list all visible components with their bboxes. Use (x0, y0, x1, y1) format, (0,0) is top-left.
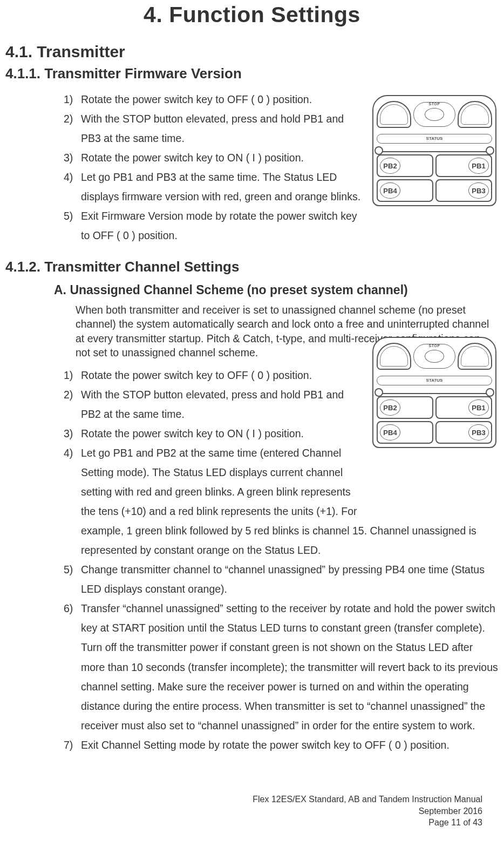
left-knob-icon (377, 101, 411, 128)
pb2-button: PB2 (377, 154, 433, 177)
step-text: With the STOP button elevated, press and… (81, 113, 344, 144)
step-number: 4) (64, 443, 73, 463)
stop-label: STOP (429, 102, 440, 106)
page-footer: Flex 12ES/EX Standard, AB and Tandem Ins… (253, 794, 482, 829)
step-text: Rotate the power switch key to ON ( I ) … (81, 428, 304, 439)
list-item: 1)Rotate the power switch key to OFF ( 0… (64, 90, 364, 109)
pb3-label: PB3 (468, 182, 489, 199)
list-item: 1)Rotate the power switch key to OFF ( 0… (64, 365, 499, 385)
pb-grid: PB2 PB1 PB4 PB3 (377, 154, 492, 202)
stop-oval-icon (425, 350, 444, 363)
step-text: Exit Channel Setting mode by rotate the … (81, 739, 449, 751)
pb4-label: PB4 (380, 182, 400, 199)
step-number: 3) (64, 148, 73, 167)
list-item: 4) Let go PB1 and PB2 at the same time (… (64, 443, 499, 560)
step-text: Exit Firmware Version mode by rotate the… (81, 210, 357, 241)
step-text: With the STOP button elevated, press and… (81, 389, 344, 420)
step-text: Transfer “channel unassigned” setting to… (81, 602, 498, 731)
status-bar: STATUS (377, 134, 492, 144)
step-text: Change transmitter channel to “channel u… (81, 564, 485, 595)
list-item: 5)Exit Firmware Version mode by rotate t… (64, 206, 364, 245)
step-number: 1) (64, 90, 73, 109)
step-text: Rotate the power switch key to ON ( I ) … (81, 152, 304, 164)
pb3-button: PB3 (435, 179, 492, 202)
stop-oval-icon (425, 108, 444, 121)
step-text: Rotate the power switch key to OFF ( 0 )… (81, 369, 312, 381)
pb4-button: PB4 (377, 179, 433, 202)
stop-label: STOP (429, 344, 440, 348)
step-text: Rotate the power switch key to OFF ( 0 )… (81, 93, 312, 105)
step-number: 2) (64, 385, 73, 404)
step-text: Let go PB1 and PB2 at the same time (ent… (81, 443, 499, 521)
chapter-title: 4. Function Settings (5, 2, 499, 28)
step-text: Let go PB1 and PB3 at the same time. The… (81, 171, 360, 202)
subsection-a-heading: A. Unassigned Channel Scheme (no preset … (5, 283, 499, 297)
section-4-1-1-heading: 4.1.1. Transmitter Firmware Version (5, 65, 499, 82)
footer-date: September 2016 (253, 805, 482, 817)
list-item: 5)Change transmitter channel to “channel… (64, 560, 499, 599)
section-4-1-heading: 4.1. Transmitter (5, 43, 499, 61)
list-item: 4)Let go PB1 and PB3 at the same time. T… (64, 167, 364, 206)
step-text-cont: example, 1 green blink followed by 5 red… (81, 521, 499, 560)
pb1-label: PB1 (468, 158, 489, 174)
device-outline: STOP STATUS PB2 PB1 PB4 PB3 (372, 95, 496, 206)
list-item: 7)Exit Channel Setting mode by rotate th… (64, 735, 499, 755)
right-knob-icon (458, 101, 492, 128)
step-number: 6) (64, 599, 73, 618)
step-number: 5) (64, 560, 73, 579)
pb1-button: PB1 (435, 154, 492, 177)
brace-icon (377, 145, 492, 152)
pb2-label: PB2 (380, 158, 400, 174)
step-number: 5) (64, 206, 73, 226)
footer-manual-title: Flex 12ES/EX Standard, AB and Tandem Ins… (253, 794, 482, 805)
list-item: 2)With the STOP button elevated, press a… (64, 109, 364, 148)
device-top-row: STOP (377, 99, 492, 130)
stop-button-zone: STOP (413, 102, 455, 127)
footer-page-number: Page 11 of 43 (253, 817, 482, 829)
list-item: 3)Rotate the power switch key to ON ( I … (64, 148, 364, 167)
transmitter-figure-1: STOP STATUS PB2 PB1 PB4 PB3 (372, 95, 496, 211)
step-number: 4) (64, 167, 73, 187)
channel-steps: 1)Rotate the power switch key to OFF ( 0… (5, 365, 499, 755)
list-item: 2)With the STOP button elevated, press a… (64, 385, 499, 424)
list-item: 6)Transfer “channel unassigned” setting … (64, 599, 499, 735)
section-4-1-2-heading: 4.1.2. Transmitter Channel Settings (5, 259, 499, 275)
step-number: 7) (64, 735, 73, 755)
step-number: 1) (64, 365, 73, 385)
step-number: 2) (64, 109, 73, 128)
list-item: 3)Rotate the power switch key to ON ( I … (64, 424, 499, 443)
step-number: 3) (64, 424, 73, 443)
